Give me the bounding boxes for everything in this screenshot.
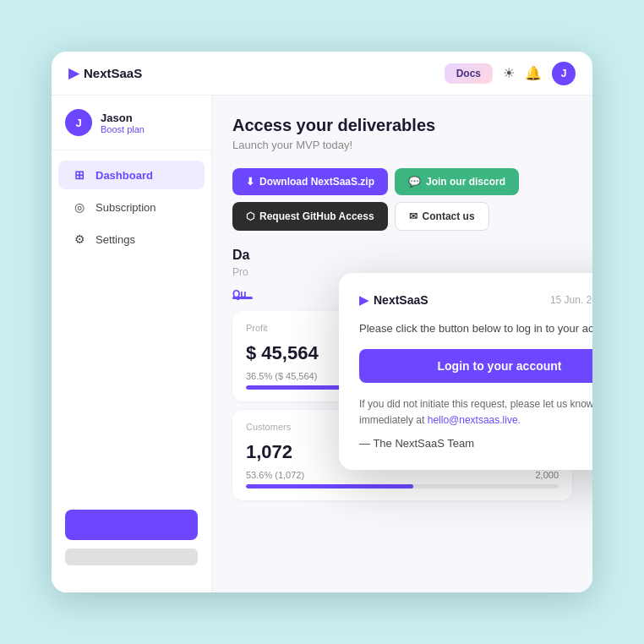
discord-label: Join our discord [426, 176, 505, 188]
github-icon: ⬡ [246, 210, 254, 222]
user-section: J Jason Boost plan [52, 109, 211, 150]
dashboard-icon: ⊞ [72, 168, 87, 182]
sidebar-bottom [52, 496, 211, 579]
logo-icon: ▶ [68, 65, 79, 81]
github-button[interactable]: ⬡ Request GitHub Access [232, 202, 388, 231]
settings-icon: ⚙ [72, 232, 87, 246]
popup-footer: If you did not initiate this request, pl… [359, 396, 592, 428]
popup-email-link[interactable]: hello@nextsaas.live. [428, 414, 521, 426]
user-info: Jason Boost plan [101, 112, 145, 134]
sidebar: J Jason Boost plan ⊞ Dashboard ◎ Subscri… [52, 96, 212, 592]
dash-title: Da [232, 248, 572, 263]
docs-button[interactable]: Docs [445, 63, 493, 84]
contact-button[interactable]: ✉ Contact us [395, 202, 489, 231]
gray-bar [65, 548, 198, 565]
bell-icon[interactable]: 🔔 [525, 65, 542, 81]
sidebar-label-subscription: Subscription [96, 201, 156, 214]
subscription-icon: ◎ [72, 200, 87, 214]
app-body: J Jason Boost plan ⊞ Dashboard ◎ Subscri… [52, 96, 592, 592]
app-logo: ▶ NextSaaS [68, 65, 142, 81]
main-content: Access your deliverables Launch your MVP… [212, 96, 592, 592]
progress-fill-customers [246, 484, 413, 488]
contact-icon: ✉ [409, 210, 418, 222]
popup-intro: Please click the button below to log in … [359, 320, 592, 337]
purple-bar [65, 510, 198, 540]
popup-logo: ▶ NextSaaS [359, 293, 428, 307]
outer-wrapper: ▶ NextSaaS Docs ☀ 🔔 J J Jason Boost plan [22, 26, 622, 618]
metric-progress-row-customers: 53.6% (1,072) 2,000 [246, 470, 559, 480]
progress-bg-customers [246, 484, 559, 488]
download-button[interactable]: ⬇ Download NextSaaS.zip [232, 168, 388, 195]
popup-logo-text: NextSaaS [374, 293, 428, 307]
download-icon: ⬇ [246, 176, 254, 188]
user-avatar: J [65, 109, 92, 136]
sidebar-item-dashboard[interactable]: ⊞ Dashboard [58, 161, 205, 189]
metric-label-customers: Customers [246, 422, 291, 432]
email-popup: ▶ NextSaaS 15 Jun. 2030, 03:59 Please cl… [339, 273, 592, 470]
metric-target-customers: 2,000 [535, 470, 559, 480]
popup-header: ▶ NextSaaS 15 Jun. 2030, 03:59 [359, 293, 592, 307]
contact-label: Contact us [423, 210, 475, 222]
github-label: Request GitHub Access [259, 210, 374, 222]
metric-pct-profit: 36.5% ($ 45,564) [246, 371, 317, 381]
logo-text: NextSaaS [84, 66, 142, 80]
app-window: ▶ NextSaaS Docs ☀ 🔔 J J Jason Boost plan [52, 52, 592, 592]
action-buttons: ⬇ Download NextSaaS.zip 💬 Join our disco… [232, 168, 572, 231]
sun-icon[interactable]: ☀ [503, 65, 515, 81]
metric-label-profit: Profit [246, 323, 268, 333]
user-plan: Boost plan [101, 124, 145, 134]
sidebar-item-subscription[interactable]: ◎ Subscription [58, 193, 205, 221]
download-label: Download NextSaaS.zip [259, 176, 374, 188]
top-bar: ▶ NextSaaS Docs ☀ 🔔 J [52, 52, 592, 96]
top-bar-right: Docs ☀ 🔔 J [445, 62, 576, 85]
sidebar-label-dashboard: Dashboard [96, 169, 153, 182]
page-subtitle: Launch your MVP today! [232, 139, 572, 151]
sidebar-item-settings[interactable]: ⚙ Settings [58, 225, 205, 254]
discord-icon: 💬 [408, 176, 421, 188]
page-title: Access your deliverables [232, 116, 572, 135]
metric-pct-customers: 53.6% (1,072) [246, 470, 304, 480]
popup-date: 15 Jun. 2030, 03:59 [550, 294, 592, 306]
avatar[interactable]: J [552, 62, 576, 85]
discord-button[interactable]: 💬 Join our discord [395, 168, 519, 195]
sidebar-label-settings: Settings [96, 233, 135, 246]
user-name: Jason [101, 112, 145, 124]
login-button[interactable]: Login to your account [359, 349, 592, 383]
popup-logo-icon: ▶ [359, 293, 368, 307]
popup-sign: — The NextSaaS Team [359, 437, 592, 450]
